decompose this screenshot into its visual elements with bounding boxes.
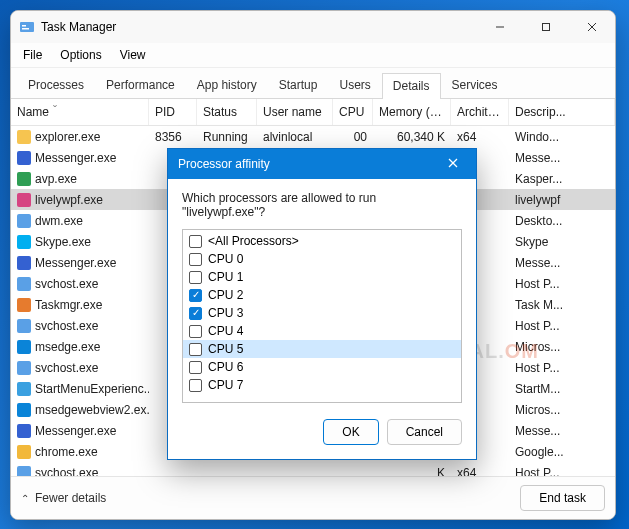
process-desc: Host P... (509, 319, 615, 333)
process-pid: 8356 (149, 130, 197, 144)
process-icon (17, 193, 31, 207)
checkbox-icon[interactable] (189, 361, 202, 374)
cpu-checkbox-item[interactable]: CPU 5 (183, 340, 461, 358)
cpu-checkbox-item[interactable]: CPU 3 (183, 304, 461, 322)
menubar: File Options View (11, 43, 615, 68)
checkbox-icon[interactable] (189, 289, 202, 302)
process-desc: Micros... (509, 340, 615, 354)
maximize-button[interactable] (523, 11, 569, 43)
cpu-checkbox-item[interactable]: CPU 2 (183, 286, 461, 304)
minimize-button[interactable] (477, 11, 523, 43)
menu-options[interactable]: Options (52, 45, 109, 65)
cpu-label: CPU 4 (208, 324, 243, 338)
tab-users[interactable]: Users (328, 72, 381, 98)
process-icon (17, 466, 31, 477)
process-mem: K (373, 466, 451, 477)
process-icon (17, 361, 31, 375)
process-status: Running (197, 130, 257, 144)
cpu-label: CPU 3 (208, 306, 243, 320)
col-arch[interactable]: Archite... (451, 99, 509, 125)
tab-startup[interactable]: Startup (268, 72, 329, 98)
tab-performance[interactable]: Performance (95, 72, 186, 98)
app-icon (19, 19, 35, 35)
svg-rect-1 (22, 25, 26, 27)
window-title: Task Manager (41, 20, 477, 34)
process-icon (17, 403, 31, 417)
process-mem: 60,340 K (373, 130, 451, 144)
table-row[interactable]: svchost.exeKx64Host P... (11, 462, 615, 476)
menu-file[interactable]: File (15, 45, 50, 65)
sort-indicator-icon: ˇ (53, 104, 57, 118)
footer: ⌃ Fewer details End task (11, 476, 615, 519)
process-name: msedge.exe (35, 340, 100, 354)
checkbox-icon[interactable] (189, 343, 202, 356)
process-icon (17, 445, 31, 459)
cpu-checkbox-item[interactable]: CPU 7 (183, 376, 461, 394)
cpu-label: CPU 1 (208, 270, 243, 284)
cpu-checkbox-item[interactable]: CPU 6 (183, 358, 461, 376)
checkbox-icon[interactable] (189, 325, 202, 338)
checkbox-icon[interactable] (189, 253, 202, 266)
ok-button[interactable]: OK (323, 419, 378, 445)
process-icon (17, 256, 31, 270)
col-user[interactable]: User name (257, 99, 333, 125)
tab-services[interactable]: Services (441, 72, 509, 98)
table-row[interactable]: explorer.exe8356Runningalvinlocal0060,34… (11, 126, 615, 147)
col-name-label: Name (17, 105, 49, 119)
checkbox-icon[interactable] (189, 271, 202, 284)
process-desc: Windo... (509, 130, 615, 144)
process-desc: Messe... (509, 424, 615, 438)
process-name: chrome.exe (35, 445, 98, 459)
col-status[interactable]: Status (197, 99, 257, 125)
cancel-button[interactable]: Cancel (387, 419, 462, 445)
checkbox-icon[interactable] (189, 379, 202, 392)
chevron-up-icon: ⌃ (21, 493, 29, 504)
process-name: Taskmgr.exe (35, 298, 102, 312)
fewer-details-button[interactable]: ⌃ Fewer details (21, 491, 106, 505)
cpu-label: <All Processors> (208, 234, 299, 248)
col-mem[interactable]: Memory (a... (373, 99, 451, 125)
process-arch: x64 (451, 130, 509, 144)
cpu-label: CPU 5 (208, 342, 243, 356)
tab-details[interactable]: Details (382, 73, 441, 99)
process-name: Messenger.exe (35, 256, 116, 270)
process-desc: Deskto... (509, 214, 615, 228)
tab-processes[interactable]: Processes (17, 72, 95, 98)
dialog-footer: OK Cancel (168, 411, 476, 459)
dialog-close-button[interactable] (440, 157, 466, 171)
process-name: svchost.exe (35, 361, 98, 375)
titlebar: Task Manager (11, 11, 615, 43)
column-headers: Name ˇ PID Status User name CPU Memory (… (11, 99, 615, 126)
cpu-checkbox-item[interactable]: CPU 0 (183, 250, 461, 268)
cpu-checkbox-item[interactable]: CPU 4 (183, 322, 461, 340)
col-cpu[interactable]: CPU (333, 99, 373, 125)
tab-bar: Processes Performance App history Startu… (11, 68, 615, 99)
process-name: Skype.exe (35, 235, 91, 249)
menu-view[interactable]: View (112, 45, 154, 65)
svg-rect-4 (543, 24, 550, 31)
process-name: msedgewebview2.ex... (35, 403, 149, 417)
cpu-list[interactable]: <All Processors>CPU 0CPU 1CPU 2CPU 3CPU … (182, 229, 462, 403)
window-controls (477, 11, 615, 43)
dialog-question: Which processors are allowed to run "liv… (182, 191, 462, 219)
col-pid[interactable]: PID (149, 99, 197, 125)
close-button[interactable] (569, 11, 615, 43)
end-task-button[interactable]: End task (520, 485, 605, 511)
cpu-label: CPU 0 (208, 252, 243, 266)
col-name[interactable]: Name ˇ (11, 99, 149, 125)
tab-app-history[interactable]: App history (186, 72, 268, 98)
col-desc[interactable]: Descrip... (509, 99, 615, 125)
process-name: Messenger.exe (35, 424, 116, 438)
process-desc: Kasper... (509, 172, 615, 186)
cpu-checkbox-item[interactable]: <All Processors> (183, 232, 461, 250)
process-desc: StartM... (509, 382, 615, 396)
svg-rect-0 (20, 22, 34, 32)
process-icon (17, 424, 31, 438)
checkbox-icon[interactable] (189, 235, 202, 248)
process-desc: Host P... (509, 361, 615, 375)
process-user: alvinlocal (257, 130, 333, 144)
dialog-titlebar: Processor affinity (168, 149, 476, 179)
cpu-checkbox-item[interactable]: CPU 1 (183, 268, 461, 286)
checkbox-icon[interactable] (189, 307, 202, 320)
process-desc: Host P... (509, 466, 615, 477)
